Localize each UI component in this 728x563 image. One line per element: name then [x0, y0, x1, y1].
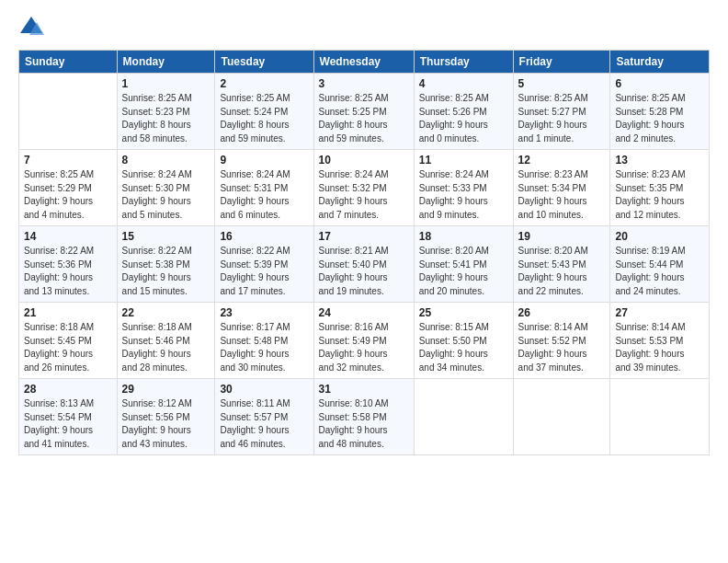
day-number: 10 [319, 154, 409, 167]
calendar-cell: 4Sunrise: 8:25 AMSunset: 5:26 PMDaylight… [414, 74, 513, 150]
day-info: Sunrise: 8:22 AMSunset: 5:38 PMDaylight:… [122, 245, 210, 298]
day-info: Sunrise: 8:20 AMSunset: 5:43 PMDaylight:… [518, 245, 606, 298]
day-number: 27 [615, 306, 704, 319]
calendar-cell: 20Sunrise: 8:19 AMSunset: 5:44 PMDayligh… [610, 226, 710, 303]
calendar-cell: 8Sunrise: 8:24 AMSunset: 5:30 PMDaylight… [117, 150, 215, 226]
day-info: Sunrise: 8:18 AMSunset: 5:45 PMDaylight:… [24, 321, 112, 374]
calendar-week-2: 7Sunrise: 8:25 AMSunset: 5:29 PMDaylight… [19, 150, 710, 226]
calendar-cell: 3Sunrise: 8:25 AMSunset: 5:25 PMDaylight… [313, 74, 414, 150]
day-number: 30 [220, 383, 308, 396]
day-info: Sunrise: 8:25 AMSunset: 5:24 PMDaylight:… [220, 92, 308, 145]
day-info: Sunrise: 8:11 AMSunset: 5:57 PMDaylight:… [220, 397, 308, 451]
calendar-cell: 18Sunrise: 8:20 AMSunset: 5:41 PMDayligh… [414, 226, 513, 303]
day-info: Sunrise: 8:18 AMSunset: 5:46 PMDaylight:… [122, 321, 210, 374]
calendar-cell: 6Sunrise: 8:25 AMSunset: 5:28 PMDaylight… [610, 74, 710, 150]
logo-icon [18, 15, 44, 40]
calendar-cell: 21Sunrise: 8:18 AMSunset: 5:45 PMDayligh… [19, 303, 118, 379]
day-info: Sunrise: 8:23 AMSunset: 5:34 PMDaylight:… [518, 168, 606, 222]
calendar-cell: 7Sunrise: 8:25 AMSunset: 5:29 PMDaylight… [19, 150, 118, 226]
day-info: Sunrise: 8:22 AMSunset: 5:39 PMDaylight:… [220, 245, 308, 298]
day-info: Sunrise: 8:15 AMSunset: 5:50 PMDaylight:… [419, 321, 508, 374]
col-header-saturday: Saturday [610, 51, 710, 74]
day-info: Sunrise: 8:22 AMSunset: 5:36 PMDaylight:… [24, 245, 112, 298]
day-info: Sunrise: 8:24 AMSunset: 5:30 PMDaylight:… [122, 168, 210, 222]
day-number: 28 [24, 383, 112, 396]
day-info: Sunrise: 8:21 AMSunset: 5:40 PMDaylight:… [319, 245, 409, 298]
day-info: Sunrise: 8:25 AMSunset: 5:29 PMDaylight:… [24, 168, 112, 222]
day-info: Sunrise: 8:24 AMSunset: 5:33 PMDaylight:… [419, 168, 508, 222]
calendar-cell: 5Sunrise: 8:25 AMSunset: 5:27 PMDaylight… [513, 74, 610, 150]
calendar-body: 1Sunrise: 8:25 AMSunset: 5:23 PMDaylight… [19, 74, 710, 455]
col-header-monday: Monday [117, 51, 215, 74]
calendar-cell: 31Sunrise: 8:10 AMSunset: 5:58 PMDayligh… [313, 379, 414, 455]
col-header-wednesday: Wednesday [313, 51, 414, 74]
day-number: 29 [122, 383, 210, 396]
day-number: 4 [419, 77, 508, 90]
calendar-cell: 19Sunrise: 8:20 AMSunset: 5:43 PMDayligh… [513, 226, 610, 303]
day-info: Sunrise: 8:10 AMSunset: 5:58 PMDaylight:… [319, 397, 409, 451]
calendar-cell: 16Sunrise: 8:22 AMSunset: 5:39 PMDayligh… [215, 226, 313, 303]
calendar-cell: 30Sunrise: 8:11 AMSunset: 5:57 PMDayligh… [215, 379, 313, 455]
calendar-table: SundayMondayTuesdayWednesdayThursdayFrid… [18, 50, 710, 455]
day-info: Sunrise: 8:12 AMSunset: 5:56 PMDaylight:… [122, 397, 210, 451]
day-number: 19 [518, 230, 606, 243]
day-info: Sunrise: 8:16 AMSunset: 5:49 PMDaylight:… [319, 321, 409, 374]
col-header-friday: Friday [513, 51, 610, 74]
col-header-sunday: Sunday [19, 51, 118, 74]
day-number: 14 [24, 230, 112, 243]
day-number: 15 [122, 230, 210, 243]
day-number: 1 [122, 77, 210, 90]
day-info: Sunrise: 8:17 AMSunset: 5:48 PMDaylight:… [220, 321, 308, 374]
calendar-cell: 22Sunrise: 8:18 AMSunset: 5:46 PMDayligh… [117, 303, 215, 379]
calendar-cell: 27Sunrise: 8:14 AMSunset: 5:53 PMDayligh… [610, 303, 710, 379]
day-number: 17 [319, 230, 409, 243]
day-number: 16 [220, 230, 308, 243]
calendar-cell: 25Sunrise: 8:15 AMSunset: 5:50 PMDayligh… [414, 303, 513, 379]
calendar-cell: 14Sunrise: 8:22 AMSunset: 5:36 PMDayligh… [19, 226, 118, 303]
day-number: 18 [419, 230, 508, 243]
day-info: Sunrise: 8:23 AMSunset: 5:35 PMDaylight:… [615, 168, 704, 222]
col-header-tuesday: Tuesday [215, 51, 313, 74]
day-number: 2 [220, 77, 308, 90]
calendar-cell [414, 379, 513, 455]
calendar-cell: 11Sunrise: 8:24 AMSunset: 5:33 PMDayligh… [414, 150, 513, 226]
calendar-cell: 24Sunrise: 8:16 AMSunset: 5:49 PMDayligh… [313, 303, 414, 379]
day-info: Sunrise: 8:19 AMSunset: 5:44 PMDaylight:… [615, 245, 704, 298]
day-number: 24 [319, 306, 409, 319]
calendar-week-5: 28Sunrise: 8:13 AMSunset: 5:54 PMDayligh… [19, 379, 710, 455]
day-number: 12 [518, 154, 606, 167]
calendar-cell: 17Sunrise: 8:21 AMSunset: 5:40 PMDayligh… [313, 226, 414, 303]
day-number: 5 [518, 77, 606, 90]
calendar-cell: 10Sunrise: 8:24 AMSunset: 5:32 PMDayligh… [313, 150, 414, 226]
day-info: Sunrise: 8:24 AMSunset: 5:32 PMDaylight:… [319, 168, 409, 222]
day-info: Sunrise: 8:24 AMSunset: 5:31 PMDaylight:… [220, 168, 308, 222]
day-number: 8 [122, 154, 210, 167]
calendar-cell: 15Sunrise: 8:22 AMSunset: 5:38 PMDayligh… [117, 226, 215, 303]
day-number: 23 [220, 306, 308, 319]
day-number: 31 [319, 383, 409, 396]
day-number: 22 [122, 306, 210, 319]
day-number: 7 [24, 154, 112, 167]
calendar-cell: 12Sunrise: 8:23 AMSunset: 5:34 PMDayligh… [513, 150, 610, 226]
calendar-cell [19, 74, 118, 150]
day-number: 3 [319, 77, 409, 90]
day-info: Sunrise: 8:14 AMSunset: 5:52 PMDaylight:… [518, 321, 606, 374]
calendar-week-1: 1Sunrise: 8:25 AMSunset: 5:23 PMDaylight… [19, 74, 710, 150]
day-info: Sunrise: 8:25 AMSunset: 5:26 PMDaylight:… [419, 92, 508, 145]
day-info: Sunrise: 8:25 AMSunset: 5:28 PMDaylight:… [615, 92, 704, 145]
calendar-cell [610, 379, 710, 455]
day-info: Sunrise: 8:20 AMSunset: 5:41 PMDaylight:… [419, 245, 508, 298]
calendar-week-4: 21Sunrise: 8:18 AMSunset: 5:45 PMDayligh… [19, 303, 710, 379]
calendar-cell: 9Sunrise: 8:24 AMSunset: 5:31 PMDaylight… [215, 150, 313, 226]
calendar-cell: 29Sunrise: 8:12 AMSunset: 5:56 PMDayligh… [117, 379, 215, 455]
calendar-week-3: 14Sunrise: 8:22 AMSunset: 5:36 PMDayligh… [19, 226, 710, 303]
day-number: 13 [615, 154, 704, 167]
day-number: 20 [615, 230, 704, 243]
day-info: Sunrise: 8:25 AMSunset: 5:23 PMDaylight:… [122, 92, 210, 145]
calendar-cell: 13Sunrise: 8:23 AMSunset: 5:35 PMDayligh… [610, 150, 710, 226]
day-number: 11 [419, 154, 508, 167]
day-info: Sunrise: 8:25 AMSunset: 5:27 PMDaylight:… [518, 92, 606, 145]
day-number: 25 [419, 306, 508, 319]
calendar-cell: 2Sunrise: 8:25 AMSunset: 5:24 PMDaylight… [215, 74, 313, 150]
day-info: Sunrise: 8:25 AMSunset: 5:25 PMDaylight:… [319, 92, 409, 145]
